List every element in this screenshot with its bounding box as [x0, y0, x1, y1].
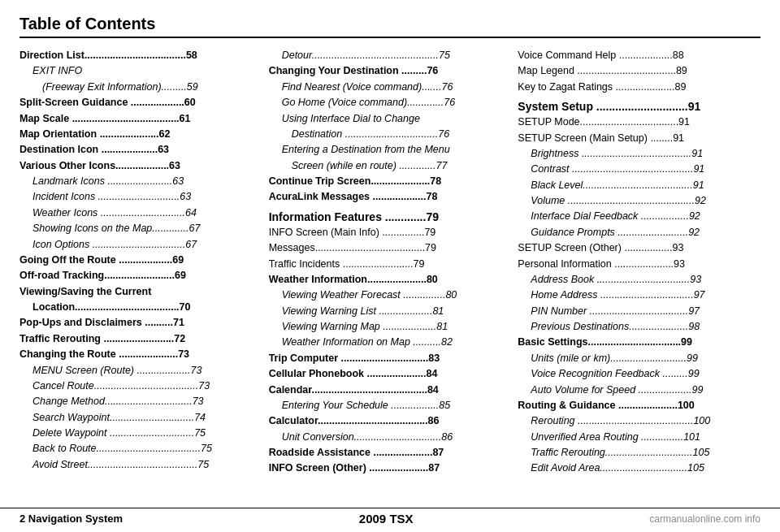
entry-text: Entering a Destination from the Menu — [282, 144, 450, 155]
toc-entry: Traffic Incidents ......................… — [269, 257, 512, 272]
entry-dots: ...................................... — [72, 113, 180, 124]
toc-entry: Viewing Warning Map ...................8… — [269, 319, 512, 335]
entry-page: 73 — [191, 365, 202, 376]
toc-entry: Viewing/Saving the Current — [20, 284, 262, 300]
toc-entry: Trip Computer ..........................… — [269, 351, 512, 366]
entry-page: 91 — [678, 116, 690, 128]
entry-dots: ................................. — [93, 239, 186, 250]
entry-text: Edit Avoid Area — [531, 462, 600, 474]
entry-page: 89 — [674, 81, 686, 93]
entry-page: 62 — [159, 128, 171, 140]
entry-page: 87 — [428, 462, 440, 474]
entry-text: Previous Destinations — [531, 321, 629, 332]
entry-page: 63 — [180, 191, 191, 202]
entry-page: 89 — [676, 65, 687, 76]
entry-text: Split-Screen Guidance — [20, 97, 131, 108]
entry-page: 91 — [673, 132, 684, 144]
entry-page: 78 — [430, 175, 441, 187]
entry-dots: ..................... — [100, 128, 159, 140]
toc-entry: Location................................… — [20, 300, 262, 315]
entry-page: 76 — [444, 97, 455, 108]
entry-dots: ......................... — [618, 227, 688, 238]
entry-dots: ................................. — [597, 274, 691, 285]
entry-dots: ............................... — [354, 431, 442, 443]
entry-dots: .......... — [145, 317, 173, 328]
entry-dots: ......................... — [104, 270, 175, 281]
entry-text: Delete Waypoint — [32, 427, 110, 439]
entry-page: 63 — [169, 160, 180, 171]
toc-entry: Black Level.............................… — [518, 178, 760, 193]
entry-text: Roadside Assistance — [269, 447, 374, 458]
toc-entry: Weather Icons ..........................… — [20, 205, 262, 221]
entry-dots: .................................... — [84, 50, 186, 61]
toc-entry: Avoid Street............................… — [20, 457, 262, 473]
entry-page: 92 — [688, 227, 700, 238]
entry-dots: ................... — [137, 365, 191, 376]
entry-dots: ..................... — [614, 258, 674, 270]
entry-dots: ........................................… — [572, 163, 693, 175]
toc-entry: Changing Your Destination .........76 — [269, 63, 512, 79]
entry-page: 105 — [687, 462, 704, 474]
entry-page: 92 — [689, 210, 700, 222]
footer-page-label: 2 Navigation System — [20, 513, 123, 525]
toc-entry: Using Interface Dial to Change — [269, 111, 512, 127]
entry-page: 105 — [692, 447, 709, 458]
toc-entry: Going Off the Route ...................6… — [20, 253, 262, 268]
entry-dots: ..................... — [367, 368, 427, 379]
entry-text: Viewing Warning Map — [282, 321, 384, 332]
entry-dots: .............................. — [101, 207, 185, 218]
entry-dots: ........................................… — [568, 195, 695, 206]
entry-text: Pop-Ups and Disclaimers — [20, 317, 145, 328]
toc-entry: Cancel Route............................… — [20, 378, 262, 394]
entry-page: 92 — [695, 195, 706, 206]
toc-entry: EXIT INFO — [20, 63, 262, 79]
entry-dots: ................................... — [590, 305, 689, 317]
entry-page: 85 — [439, 400, 450, 411]
entry-page: 79 — [424, 227, 436, 238]
entry-dots: ................... — [619, 50, 673, 61]
entry-page: 58 — [186, 50, 197, 61]
column-1: Direction List..........................… — [20, 48, 269, 477]
entry-page: 81 — [436, 321, 448, 332]
entry-page: 75 — [197, 459, 209, 470]
entry-page: 101 — [683, 431, 700, 443]
toc-entry: Routing & Guidance .....................… — [518, 398, 760, 413]
entry-dots: ............................... — [605, 447, 693, 458]
toc-entry: MENU Screen (Route) ...................7… — [20, 363, 262, 378]
entry-dots: ....................................... — [88, 459, 197, 470]
entry-text: Various Other Icons — [20, 160, 115, 171]
toc-entry: SETUP Mode..............................… — [518, 115, 760, 130]
entry-dots: ..................................... — [75, 301, 180, 313]
entry-text: MENU Screen (Route) — [32, 365, 137, 376]
toc-entry: Map Legend .............................… — [518, 63, 760, 79]
toc-entry: Various Other Icons...................63 — [20, 158, 262, 174]
entry-page: 76 — [438, 128, 449, 140]
entry-page: 93 — [674, 258, 685, 270]
toc-entry: AcuraLink Messages ...................78 — [269, 189, 512, 205]
toc-entry: Map Scale ..............................… — [20, 111, 262, 127]
entry-text: Off-road Tracking — [20, 270, 104, 281]
entry-text: Cancel Route — [32, 380, 94, 391]
entry-dots: ....................................... — [315, 242, 425, 253]
entry-page: 84 — [426, 368, 437, 379]
entry-text: Rerouting — [531, 415, 578, 426]
entry-dots: ................... — [639, 384, 692, 396]
toc-entry: Voice Command Help ...................88 — [518, 48, 760, 63]
entry-dots: ............................... — [341, 353, 429, 364]
column-3: Voice Command Help ...................88… — [518, 48, 760, 477]
entry-page: 73 — [198, 380, 210, 391]
entry-text: Change Method — [32, 396, 105, 407]
entry-text: Trip Computer — [269, 353, 341, 364]
entry-page: 63 — [158, 144, 169, 155]
entry-page: 86 — [428, 415, 440, 426]
entry-page: 91 — [693, 163, 704, 175]
entry-text: Detour — [282, 50, 312, 61]
entry-page: 97 — [694, 289, 705, 301]
toc-entry: PIN Number .............................… — [518, 304, 760, 319]
toc-entry: Viewing Warning List ...................… — [269, 304, 512, 319]
toc-entry: SETUP Screen (Main Setup) ........91 — [518, 131, 760, 146]
entry-text: Address Book — [531, 274, 596, 285]
entry-dots: ..................... — [373, 447, 432, 458]
entry-dots: ......................... — [103, 333, 174, 344]
entry-dots: ................................... — [577, 65, 676, 76]
